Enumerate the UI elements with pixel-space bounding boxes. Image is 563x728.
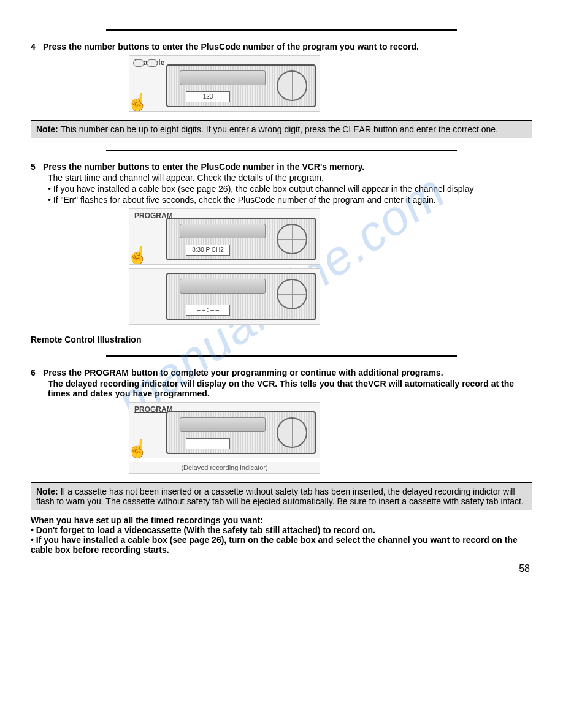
- vcr-display: [186, 438, 230, 449]
- step-5: 5 Press the number buttons to enter the …: [31, 162, 532, 205]
- closing-heading: When you have set up all the timed recor…: [31, 515, 532, 525]
- remote-control-heading: Remote Control Illustration: [31, 335, 532, 344]
- step-6: 6 Press the PROGRAM button to complete y…: [31, 368, 532, 398]
- step-bullet: • If you have installed a cable box (see…: [48, 184, 532, 194]
- step-line: The delayed recording indicator will dis…: [48, 379, 532, 398]
- vcr-illustration-6: PROGRAM ☝: [129, 402, 320, 458]
- hand-icon: ☝: [129, 439, 148, 458]
- vcr-body-icon: – – : – –: [166, 273, 316, 320]
- step-number: 6: [31, 368, 38, 377]
- vcr-display: 8:30 P CH2: [186, 245, 230, 256]
- vcr-display: 123: [186, 91, 230, 102]
- note-box-6: Note: If a cassette has not been inserte…: [31, 482, 532, 510]
- vcr-body-icon: 8:30 P CH2: [166, 218, 316, 260]
- illustration-caption: (Delayed recording indicator): [129, 462, 320, 474]
- vcr-display: – – : – –: [186, 305, 230, 316]
- vcr-illustration-5a: PROGRAM ☝ 8:30 P CH2: [129, 208, 320, 265]
- note-text: This number can be up to eight digits. I…: [58, 124, 498, 134]
- jog-dial-icon: [277, 70, 307, 101]
- manual-page: manualsline.com 4 Press the number butto…: [0, 0, 563, 593]
- cassette-slot-icon: [180, 279, 266, 294]
- vcr-body-icon: [166, 411, 316, 454]
- step-line: The start time and channel will appear. …: [48, 173, 532, 183]
- vcr-body-icon: 123: [166, 64, 316, 107]
- step-body: Press the PROGRAM button to complete you…: [43, 368, 532, 398]
- jog-dial-icon: [277, 224, 307, 254]
- note-text: If a cassette has not been inserted or a…: [36, 487, 524, 506]
- cassette-slot-icon: [180, 70, 266, 85]
- step-title: Press the number buttons to enter the Pl…: [43, 162, 532, 172]
- hand-icon: ☝: [129, 245, 148, 265]
- hand-icon: ☝: [129, 92, 148, 112]
- note-label: Note:: [36, 487, 58, 496]
- number-buttons-icon: [133, 59, 158, 67]
- divider: [106, 355, 458, 357]
- note-label: Note:: [36, 124, 58, 134]
- step-4: 4 Press the number buttons to enter the …: [31, 42, 532, 51]
- step-bullet: • If "Err" flashes for about five second…: [48, 195, 532, 205]
- divider: [106, 150, 458, 151]
- page-number: 58: [31, 563, 532, 574]
- step-number: 4: [31, 42, 38, 51]
- closing-bullet: • Don't forget to load a videocassette (…: [31, 525, 532, 535]
- step-title: Press the PROGRAM button to complete you…: [43, 368, 532, 377]
- cassette-slot-icon: [180, 417, 266, 432]
- note-box-4: Note: This number can be up to eight dig…: [31, 120, 532, 138]
- jog-dial-icon: [277, 417, 307, 448]
- cassette-slot-icon: [180, 224, 266, 238]
- step-body: Press the number buttons to enter the Pl…: [43, 162, 532, 205]
- step-number: 5: [31, 162, 38, 172]
- vcr-illustration-4: Example ☝ 123: [129, 55, 320, 112]
- divider: [106, 29, 458, 31]
- step-title: Press the number buttons to enter the Pl…: [43, 42, 532, 51]
- jog-dial-icon: [277, 279, 307, 309]
- closing-block: When you have set up all the timed recor…: [31, 515, 532, 555]
- step-body: Press the number buttons to enter the Pl…: [43, 42, 532, 51]
- closing-bullet: • If you have installed a cable box (see…: [31, 535, 532, 555]
- vcr-illustration-5b: – – : – –: [129, 268, 320, 325]
